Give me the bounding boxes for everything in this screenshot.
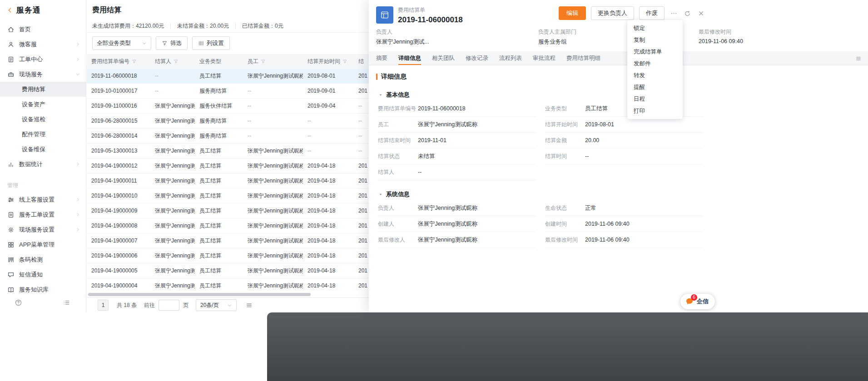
sidebar-item[interactable]: 数据统计	[0, 157, 86, 172]
list-page: 费用结算 未生成结算费用：42120.00元未结算金额：20.00元已结算金额：…	[87, 0, 369, 312]
sidebar-item[interactable]: 微客服	[0, 37, 86, 52]
section-toggle[interactable]: 系统信息	[378, 190, 861, 198]
funnel-icon	[162, 40, 168, 46]
filter-icon[interactable]	[132, 59, 137, 64]
detail-panel: 费用结算单 2019-11-06000018 编辑 更换负责人 作废 负责人张展…	[369, 0, 868, 312]
sidebar-footer	[0, 292, 86, 312]
tab-0[interactable]: 摘要	[376, 51, 387, 65]
goto-suffix: 页	[183, 302, 188, 309]
close-icon[interactable]	[697, 9, 705, 18]
accent-bar	[376, 74, 377, 80]
table-row[interactable]: 2019-04-19000007张展宁Jenning测试昵称员工结算张展宁Jen…	[87, 233, 369, 248]
section-toggle[interactable]: 基本信息	[378, 91, 861, 99]
table-row[interactable]: 2019-06-28000014张展宁Jenning测试昵称服务商结算-----…	[87, 129, 369, 143]
chevron-right-icon	[75, 197, 80, 202]
filter-button[interactable]: 筛选	[156, 36, 188, 50]
invalidate-button[interactable]: 作废	[639, 6, 665, 20]
tab-6[interactable]: 费用结算明细	[566, 51, 600, 65]
filter-icon[interactable]	[261, 59, 266, 64]
detail-field: 创建时间2019-11-06 09:40	[545, 216, 703, 232]
column-header[interactable]: 结算开始时间	[303, 58, 354, 65]
summary-field: 最后修改时间2019-11-06 09:40	[699, 28, 861, 46]
scrollbar-thumb[interactable]	[88, 293, 311, 296]
tab-4[interactable]: 流程列表	[499, 51, 522, 65]
refresh-icon[interactable]	[683, 9, 692, 18]
help-icon[interactable]	[15, 299, 22, 307]
menu-item[interactable]: 提醒	[627, 81, 683, 93]
page-number-button[interactable]: 1	[98, 300, 109, 311]
change-owner-button[interactable]: 更换负责人	[591, 6, 634, 20]
sidebar-item[interactable]: 费用结算	[0, 82, 86, 97]
tab-overflow-icon[interactable]	[855, 51, 862, 65]
table-row[interactable]: 2019-04-19000009张展宁Jenning测试昵称员工结算张展宁Jen…	[87, 203, 369, 218]
sidebar-item[interactable]: 设备维保	[0, 142, 86, 157]
sidebar-item[interactable]: 首页	[0, 22, 86, 37]
field-groups: 基本信息费用结算单编号2019-11-06000018业务类型员工结算员工张展宁…	[376, 91, 861, 248]
sidebar-item[interactable]: 服务工单设置	[0, 207, 86, 222]
table-row[interactable]: 2019-10-01000017--服务商结算--2019-09-01201	[87, 84, 369, 99]
chart-icon	[7, 161, 15, 168]
menu-item[interactable]: 日程	[627, 93, 683, 105]
chevron-down-icon	[75, 72, 80, 77]
tab-1[interactable]: 详细信息	[398, 51, 421, 65]
qixin-widget[interactable]: 6 企信	[680, 294, 715, 309]
sidebar-item[interactable]: 设备巡检	[0, 112, 86, 127]
collapse-menu-icon[interactable]	[63, 299, 70, 307]
table-row[interactable]: 2019-04-19000012张展宁Jenning测试昵称员工结算张展宁Jen…	[87, 158, 369, 173]
sidebar-item[interactable]: 短信通知	[0, 267, 86, 282]
detail-field: 结算人--	[378, 164, 536, 180]
column-settings-button[interactable]: 列设置	[192, 36, 230, 50]
column-header[interactable]: 结算人	[150, 58, 195, 65]
column-header[interactable]: 业务类型	[195, 58, 243, 65]
filter-icon[interactable]	[174, 59, 179, 64]
sidebar-item[interactable]: 现场服务	[0, 67, 86, 82]
tab-2[interactable]: 相关团队	[432, 51, 455, 65]
column-header[interactable]: 费用结算单编号	[87, 58, 150, 65]
table-row[interactable]: 2019-04-19000010张展宁Jenning测试昵称员工结算张展宁Jen…	[87, 188, 369, 203]
page-size-select[interactable]: 20条/页	[196, 299, 237, 311]
column-header[interactable]: 结	[354, 58, 369, 65]
gear-icon	[7, 226, 15, 233]
menu-item[interactable]: 锁定	[627, 22, 683, 34]
qixin-label: 企信	[697, 297, 709, 306]
menu-item[interactable]: 打印	[627, 105, 683, 117]
sidebar-item[interactable]: 配件管理	[0, 127, 86, 142]
table-row[interactable]: 2019-04-19000006张展宁Jenning测试昵称员工结算张展宁Jen…	[87, 248, 369, 263]
menu-item[interactable]: 发邮件	[627, 58, 683, 69]
back-icon[interactable]	[6, 7, 13, 14]
goto-page-input[interactable]	[159, 300, 179, 311]
edit-button[interactable]: 编辑	[559, 6, 586, 20]
sidebar-item[interactable]: 线上客服设置	[0, 192, 86, 207]
sidebar-item[interactable]: 条码检测	[0, 252, 86, 267]
home-icon	[7, 26, 15, 33]
table-row[interactable]: 2019-04-19000005张展宁Jenning测试昵称员工结算张展宁Jen…	[87, 263, 369, 278]
list-view-icon[interactable]	[246, 302, 253, 309]
column-header[interactable]: 员工	[243, 58, 303, 65]
more-actions-icon[interactable]	[670, 9, 678, 18]
table-body: 2019-11-06000018--员工结算张展宁Jenning测试昵称2019…	[87, 69, 369, 293]
stat-item: 未生成结算费用：42120.00元	[92, 23, 170, 29]
table-row[interactable]: 2019-04-19000011张展宁Jenning测试昵称员工结算张展宁Jen…	[87, 173, 369, 188]
menu-item[interactable]: 转发	[627, 69, 683, 81]
tab-5[interactable]: 审批流程	[533, 51, 556, 65]
sidebar-item[interactable]: 现场服务设置	[0, 222, 86, 237]
table-row[interactable]: 2019-04-19000004张展宁Jenning测试昵称员工结算张展宁Jen…	[87, 278, 369, 293]
detail-summary: 负责人张展宁Jenning测试...负责人主属部门服务业务组最后修改时间2019…	[369, 26, 868, 46]
app-title: 服务通	[16, 5, 41, 15]
columns-icon	[198, 40, 204, 46]
menu-item[interactable]: 完成结算单	[627, 46, 683, 58]
table-row[interactable]: 2019-11-06000018--员工结算张展宁Jenning测试昵称2019…	[87, 69, 369, 84]
sidebar-item[interactable]: APP菜单管理	[0, 237, 86, 252]
field-group: 基本信息费用结算单编号2019-11-06000018业务类型员工结算员工张展宁…	[376, 91, 861, 180]
table-row[interactable]: 2019-09-11000016张展宁Jenning测试昵称服务伙伴结算--20…	[87, 99, 369, 114]
table-row[interactable]: 2019-06-28000015张展宁Jenning测试昵称服务商结算-----…	[87, 114, 369, 129]
horizontal-scrollbar[interactable]	[87, 292, 369, 297]
filter-icon[interactable]	[342, 59, 347, 64]
tab-3[interactable]: 修改记录	[466, 51, 488, 65]
business-type-select[interactable]: 全部业务类型	[92, 36, 151, 50]
sidebar-item[interactable]: 工单中心	[0, 52, 86, 67]
table-row[interactable]: 2019-04-19000008张展宁Jenning测试昵称员工结算张展宁Jen…	[87, 218, 369, 233]
menu-item[interactable]: 复制	[627, 34, 683, 46]
sidebar-item[interactable]: 设备资产	[0, 97, 86, 112]
table-row[interactable]: 2019-05-13000013张展宁Jenning测试昵称员工结算张展宁Jen…	[87, 143, 369, 158]
